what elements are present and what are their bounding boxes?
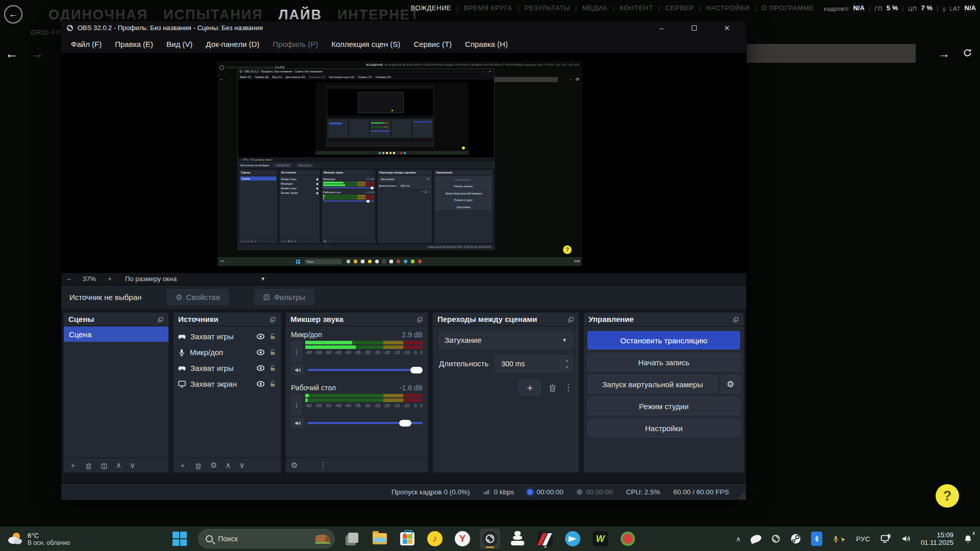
scene-down-button[interactable]: ∨ (130, 461, 135, 470)
stack-app-button[interactable] (507, 529, 528, 549)
zoom-fit-label[interactable]: По размеру окна (117, 275, 184, 283)
scene-up-button[interactable]: ∧ (116, 461, 121, 470)
eye-icon[interactable] (256, 332, 265, 341)
stop-streaming-button[interactable]: Остановить трансляцию (587, 331, 740, 349)
source-properties-button[interactable]: ⚙ (210, 461, 217, 470)
zoom-dropdown-icon[interactable]: ▼ (260, 276, 265, 282)
browser-back-icon[interactable]: ← (5, 46, 18, 62)
start-recording-button[interactable]: Начать запись (587, 353, 740, 371)
obs-tray-icon[interactable] (771, 534, 780, 544)
filters-button[interactable]: Фильтры (254, 289, 314, 305)
file-explorer-button[interactable] (370, 529, 390, 549)
duration-spinbox[interactable]: 300 ms ∧∨ (495, 355, 573, 372)
settings-button[interactable]: Настройки (587, 419, 740, 437)
volume-icon[interactable] (901, 534, 911, 544)
menu-help[interactable]: Справка (H) (458, 40, 514, 48)
telegram-button[interactable] (562, 529, 583, 549)
volume-slider[interactable] (307, 419, 423, 427)
menu-docks[interactable]: Док-панели (D) (199, 40, 266, 48)
help-button[interactable]: ? (936, 484, 959, 508)
popout-icon[interactable] (732, 315, 739, 324)
swoosh-tray-icon[interactable] (750, 534, 763, 544)
eye-icon[interactable] (256, 364, 265, 372)
virtual-camera-settings-button[interactable]: ⚙ (721, 375, 740, 393)
w-app-button[interactable]: W (590, 529, 610, 549)
scene-list-item[interactable]: Сцена (64, 327, 168, 342)
source-row-display-capture[interactable]: Захват экран (174, 376, 281, 392)
hud-tab-driving[interactable]: ВОЖДЕНИЕ (410, 4, 452, 12)
obs-titlebar[interactable]: OBS 32.0.2 - Профиль: Без названия - Сце… (61, 21, 746, 35)
refresh-icon[interactable] (963, 48, 972, 58)
add-transition-button[interactable]: ＋ (519, 380, 541, 395)
hud-tab-content[interactable]: КОНТЕНТ (619, 4, 653, 12)
game-back-button[interactable]: ← (4, 5, 22, 23)
mute-button[interactable] (291, 417, 304, 429)
start-button[interactable] (168, 528, 191, 550)
maximize-button[interactable] (680, 21, 708, 35)
properties-button[interactable]: ⚙ Свойства (167, 289, 228, 305)
microsoft-store-button[interactable] (397, 529, 418, 549)
add-source-button[interactable]: ＋ (179, 461, 186, 470)
go-arrow-icon[interactable]: → (938, 47, 950, 61)
remove-source-button[interactable] (194, 461, 202, 470)
menu-file[interactable]: Файл (F) (64, 40, 108, 48)
minimize-button[interactable]: – (647, 21, 676, 35)
lock-icon[interactable] (269, 364, 277, 372)
hud-tab-server[interactable]: СЕРВЕР (665, 4, 694, 12)
browser-forward-icon[interactable]: → (31, 46, 44, 62)
add-scene-button[interactable]: ＋ (69, 461, 77, 470)
planet-app-button[interactable] (618, 529, 638, 549)
lock-icon[interactable] (269, 380, 277, 388)
eye-icon[interactable] (256, 348, 265, 357)
lock-icon[interactable] (269, 333, 277, 340)
popout-icon[interactable] (416, 315, 423, 324)
taskbar-weather-widget[interactable]: 6°C В осн. облачно (0, 531, 168, 546)
popout-icon[interactable] (157, 315, 164, 324)
advanced-audio-button[interactable]: ⚙ (291, 461, 298, 470)
transition-type-select[interactable]: Затухание ▼ (439, 332, 573, 348)
scene-filters-button[interactable] (101, 461, 108, 469)
source-down-button[interactable]: ∨ (239, 461, 244, 470)
notifications-bell-icon[interactable]: z (963, 534, 973, 543)
channel-menu-button[interactable]: ⋮ (291, 341, 302, 362)
hud-tab-about[interactable]: О ПРОГРАММЕ (761, 4, 814, 12)
task-view-button[interactable] (342, 529, 362, 549)
remove-scene-button[interactable] (85, 461, 92, 470)
taskbar-search[interactable]: Поиск (198, 529, 335, 548)
close-button[interactable]: ✕ (713, 21, 741, 35)
taskbar-clock[interactable]: 15:09 01.11.2025 (921, 531, 953, 546)
hud-tab-laptime[interactable]: ВРЕМЯ КРУГА (463, 4, 513, 12)
obs-preview-canvas[interactable]: ВОЖДЕНИЕ ВОЖДЕНИЕ ВРЕМЯ КРУГА РЕЗУЛЬТАТЫ… (61, 53, 746, 272)
studio-mode-button[interactable]: Режим студии (587, 397, 740, 415)
obs-taskbar-button[interactable] (480, 529, 500, 549)
zoom-out-button[interactable]: – (61, 275, 77, 283)
spin-down-icon[interactable]: ∨ (565, 364, 569, 370)
popout-icon[interactable] (568, 315, 574, 324)
zoom-in-button[interactable]: + (102, 275, 117, 283)
virtual-camera-button[interactable]: Запуск виртуальной камеры (587, 375, 718, 393)
spin-up-icon[interactable]: ∧ (565, 358, 569, 364)
source-up-button[interactable]: ∧ (225, 461, 231, 470)
hud-tab-settings[interactable]: НАСТРОЙКИ (706, 4, 750, 12)
mic-in-use-icon[interactable] (832, 535, 846, 543)
music-app-button[interactable]: ♪ (425, 529, 445, 549)
transition-menu-button[interactable]: ⋮ (564, 382, 573, 393)
menu-edit[interactable]: Правка (E) (108, 40, 160, 48)
lock-icon[interactable] (269, 348, 277, 356)
menu-scene-collection[interactable]: Коллекция сцен (S) (325, 40, 407, 48)
source-row-game-capture-1[interactable]: Захват игры (174, 329, 281, 344)
volume-slider[interactable] (307, 366, 423, 373)
source-row-mic[interactable]: Микр/доп (174, 344, 281, 360)
source-row-game-capture-2[interactable]: Захват игры (174, 360, 281, 376)
bluetooth-icon[interactable] (811, 532, 822, 546)
mixer-menu-button[interactable]: ⋮ (319, 461, 327, 470)
menu-view[interactable]: Вид (V) (160, 40, 199, 48)
network-icon[interactable] (880, 533, 891, 544)
mute-button[interactable] (291, 364, 304, 375)
tray-overflow-button[interactable]: ∧ (736, 535, 741, 543)
channel-menu-button[interactable]: ⋮ (291, 394, 302, 415)
menu-profile[interactable]: Профиль (P) (266, 40, 325, 48)
remove-transition-button[interactable] (548, 383, 557, 392)
popout-icon[interactable] (270, 315, 276, 324)
hud-tab-results[interactable]: РЕЗУЛЬТАТЫ (524, 4, 571, 12)
